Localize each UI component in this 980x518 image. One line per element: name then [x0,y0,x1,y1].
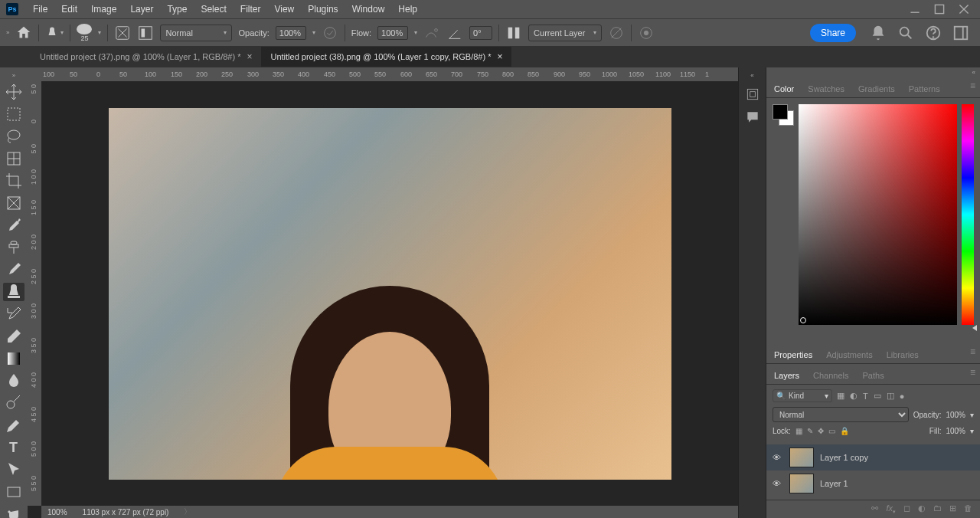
workspace-icon[interactable] [952,25,969,41]
eyedropper-tool[interactable] [3,216,24,234]
adjustment-layer-icon[interactable]: ◐ [918,503,926,515]
menu-type[interactable]: Type [160,4,194,15]
menu-layer[interactable]: Layer [123,4,160,15]
foreground-background-colors[interactable] [773,104,794,126]
filter-adjustment-icon[interactable]: ◐ [850,391,858,401]
group-icon[interactable]: 🗀 [933,503,942,515]
expand-chevron-icon[interactable]: « [750,72,753,79]
layer-style-icon[interactable]: fx▾ [886,503,896,515]
flow-value[interactable]: 100% [377,26,408,40]
share-button[interactable]: Share [810,24,856,42]
eraser-tool[interactable] [3,327,24,346]
maximize-icon[interactable] [934,4,945,15]
layer-mask-icon[interactable]: ◻ [903,503,910,515]
expand-chevron-icon[interactable]: » [6,29,9,36]
tab-adjustments[interactable]: Adjustments [823,346,876,363]
lock-all-icon[interactable]: 🔒 [840,427,849,435]
lock-image-icon[interactable]: ✎ [807,427,813,435]
layer-thumbnail[interactable] [789,474,814,493]
filter-shape-icon[interactable]: ▭ [874,391,881,401]
lasso-tool[interactable] [3,127,24,146]
gradient-tool[interactable] [3,349,24,368]
filter-smart-icon[interactable]: ◫ [887,391,894,401]
fill-value[interactable]: 100% [946,427,965,435]
menu-select[interactable]: Select [194,4,233,15]
blend-mode-dropdown[interactable]: Normal▾ [160,25,232,41]
tab-patterns[interactable]: Patterns [906,80,943,97]
tab-color[interactable]: Color [771,80,797,97]
airbrush-icon[interactable] [423,25,440,41]
layer-filter-search[interactable]: 🔍 Kind ▾ [773,389,832,402]
lock-transparency-icon[interactable]: ▦ [795,427,802,435]
menu-help[interactable]: Help [391,4,424,15]
tab-layers[interactable]: Layers [771,367,802,384]
collapse-chevron-icon[interactable]: « [766,67,980,77]
new-layer-icon[interactable]: ⊞ [949,503,956,515]
brush-tool[interactable] [3,261,24,279]
notifications-icon[interactable] [870,25,887,41]
menu-filter[interactable]: Filter [234,4,268,15]
menu-window[interactable]: Window [345,4,392,15]
tool-preset-picker[interactable]: ▾ [45,26,64,40]
opacity-value[interactable]: 100% [276,26,306,40]
document-info[interactable]: 1103 px x 727 px (72 ppi) [83,508,169,516]
ignore-adjustment-icon[interactable] [608,25,625,41]
document-tab[interactable]: Untitled project (37).png @ 100% (Layer … [31,47,261,67]
visibility-icon[interactable]: 👁 [773,479,783,488]
layer-row[interactable]: 👁 Layer 1 [766,470,980,497]
path-selection-tool[interactable] [3,461,24,479]
layer-name[interactable]: Layer 1 copy [820,453,868,462]
tab-channels[interactable]: Channels [810,367,851,384]
menu-view[interactable]: View [267,4,301,15]
menu-plugins[interactable]: Plugins [301,4,345,15]
canvas-viewport[interactable] [41,81,738,506]
rectangle-tool[interactable] [3,483,24,501]
visibility-icon[interactable]: 👁 [773,453,783,462]
healing-brush-tool[interactable] [3,238,24,257]
frame-tool[interactable] [3,194,24,212]
layer-thumbnail[interactable] [789,448,814,467]
hue-slider[interactable] [962,104,974,325]
tab-gradients[interactable]: Gradients [855,80,898,97]
menu-image[interactable]: Image [84,4,123,15]
brush-preset-picker[interactable]: 25 [77,24,92,42]
filter-pixel-icon[interactable]: ▦ [837,391,844,401]
pen-tool[interactable] [3,416,24,434]
search-icon[interactable] [897,25,914,41]
type-tool[interactable]: T [3,438,24,457]
color-field[interactable] [799,104,957,325]
hand-tool[interactable] [3,505,24,518]
dodge-tool[interactable] [3,394,24,412]
aligned-icon[interactable] [505,25,522,41]
filter-type-icon[interactable]: T [863,392,868,401]
link-layers-icon[interactable]: ⚯ [871,503,878,515]
sample-dropdown[interactable]: Current Layer▾ [528,25,602,41]
layer-row[interactable]: 👁 Layer 1 copy [766,444,980,470]
history-brush-tool[interactable] [3,305,24,323]
history-panel-icon[interactable] [743,87,762,102]
tab-libraries[interactable]: Libraries [884,346,922,363]
delete-layer-icon[interactable]: 🗑 [964,503,972,515]
tab-swatches[interactable]: Swatches [805,80,848,97]
selection-tool[interactable] [3,149,24,168]
tab-properties[interactable]: Properties [771,346,815,363]
tab-paths[interactable]: Paths [860,367,887,384]
panel-menu-icon[interactable]: ≡ [970,346,975,363]
home-icon[interactable] [15,25,32,41]
lock-position-icon[interactable]: ✥ [818,427,824,435]
layer-blend-mode[interactable]: Normal [773,407,909,422]
marquee-tool[interactable] [3,105,24,123]
tab-close-icon[interactable]: × [497,51,502,62]
crop-tool[interactable] [3,172,24,190]
brush-panel-icon[interactable] [137,25,154,41]
minimize-icon[interactable] [910,4,920,15]
layer-name[interactable]: Layer 1 [820,479,848,488]
layer-opacity-value[interactable]: 100% [946,411,965,419]
pressure-opacity-icon[interactable] [322,25,338,41]
angle-value[interactable]: 0° [469,26,492,40]
panel-menu-icon[interactable]: ≡ [970,80,975,97]
tab-close-icon[interactable]: × [247,51,252,62]
blur-tool[interactable] [3,372,24,390]
filter-toggle-icon[interactable]: ● [900,392,905,401]
clone-stamp-tool[interactable] [3,283,24,301]
